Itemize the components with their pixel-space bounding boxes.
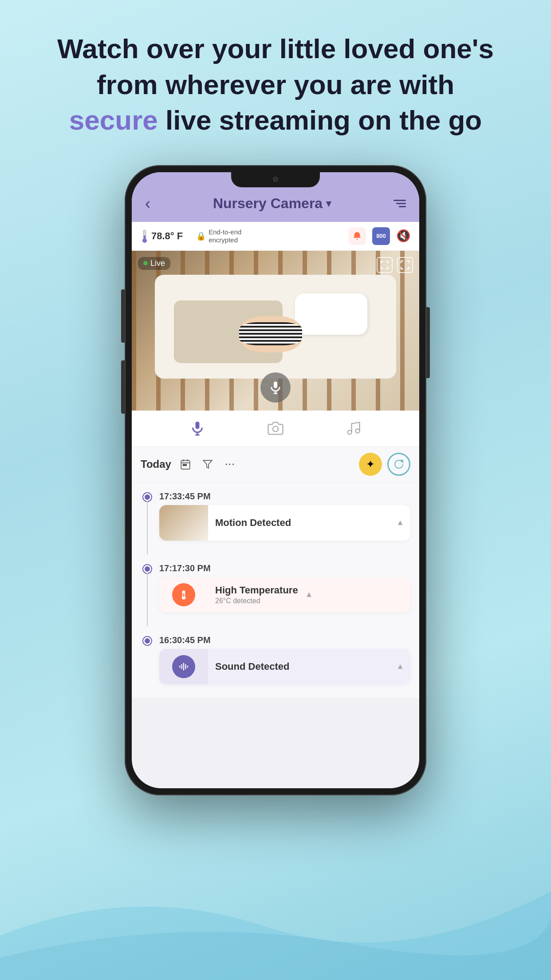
motion-thumbnail: ▶ xyxy=(159,505,208,541)
timeline-right-buttons: ✦ xyxy=(359,453,410,476)
svg-rect-25 xyxy=(185,464,186,466)
svg-rect-10 xyxy=(388,266,389,269)
svg-rect-4 xyxy=(381,261,382,264)
timeline-header: Today xyxy=(132,447,419,482)
headline-line2: from wherever you are with xyxy=(97,69,454,100)
alert-bell-icon[interactable] xyxy=(348,227,366,245)
chevron-up-icon: ▲ xyxy=(396,662,410,671)
timeline-dot xyxy=(143,565,151,573)
mode-800-icon[interactable]: 800 xyxy=(372,227,390,245)
timeline-line xyxy=(147,501,148,554)
lock-icon: 🔒 xyxy=(196,231,206,241)
headline: Watch over your little loved one's from … xyxy=(0,0,551,156)
back-button[interactable]: ‹ xyxy=(145,194,150,213)
timeline-item-motion[interactable]: 17:33:45 PM ▶ Motion Detected ▲ xyxy=(132,487,419,559)
sound-label: Sound Detected xyxy=(208,661,396,672)
controls-row xyxy=(132,411,419,447)
event-time: 16:30:45 PM xyxy=(159,635,410,645)
svg-rect-14 xyxy=(196,422,200,429)
event-time: 17:33:45 PM xyxy=(159,491,410,502)
sound-icon-wrap xyxy=(159,649,208,684)
today-label: Today xyxy=(141,458,171,470)
calendar-icon[interactable] xyxy=(177,456,193,472)
timeline-item-temperature[interactable]: 17:17:30 PM xyxy=(132,559,419,631)
feed-controls xyxy=(377,257,413,273)
mute-icon[interactable]: 🔇 xyxy=(396,229,410,243)
svg-rect-6 xyxy=(388,261,389,264)
mic-overlay-button[interactable] xyxy=(260,372,291,403)
phone-notch xyxy=(231,172,320,187)
spark-button[interactable]: ✦ xyxy=(359,453,382,476)
encryption-status: 🔒 End-to-endencrypted xyxy=(196,228,241,244)
headline-line1: Watch over your little loved one's xyxy=(57,33,494,64)
svg-point-19 xyxy=(356,429,360,433)
svg-rect-24 xyxy=(183,464,184,466)
temp-icon-wrap xyxy=(159,577,208,612)
dropdown-arrow[interactable]: ▾ xyxy=(326,198,331,209)
microphone-icon xyxy=(268,380,283,395)
svg-point-17 xyxy=(273,426,278,431)
thermometer-icon xyxy=(141,229,149,243)
thermometer-circle-icon xyxy=(172,583,195,606)
fullscreen-icon[interactable] xyxy=(397,257,413,273)
motion-label: Motion Detected xyxy=(208,517,396,529)
sound-wave-icon xyxy=(172,655,195,678)
scan-icon[interactable] xyxy=(377,257,393,273)
headline-line3: live streaming on the go xyxy=(165,105,482,135)
timeline-item-sound[interactable]: 16:30:45 PM xyxy=(132,631,419,689)
temp-label: High Temperature xyxy=(215,585,298,596)
svg-rect-11 xyxy=(274,381,277,388)
svg-point-29 xyxy=(232,463,234,465)
front-camera xyxy=(273,177,278,182)
filter-button[interactable] xyxy=(394,200,406,207)
microphone-button[interactable] xyxy=(189,420,205,436)
sound-event-card[interactable]: Sound Detected ▲ xyxy=(159,649,410,684)
more-options-icon[interactable] xyxy=(222,456,238,472)
temperature-display: 78.8° F xyxy=(141,229,183,243)
timeline-dot xyxy=(143,637,151,645)
timeline-dot xyxy=(143,493,151,501)
camera-button[interactable] xyxy=(268,420,283,436)
motion-event-card[interactable]: ▶ Motion Detected ▲ xyxy=(159,505,410,541)
temp-label-wrap: High Temperature 26°C detected xyxy=(208,585,305,605)
phone-screen: ‹ Nursery Camera ▾ xyxy=(132,172,419,788)
music-button[interactable] xyxy=(346,420,362,436)
filter-funnel-icon[interactable] xyxy=(200,456,216,472)
live-dot xyxy=(143,261,148,265)
svg-rect-8 xyxy=(381,266,382,269)
svg-point-18 xyxy=(348,430,352,434)
live-feed[interactable]: Live xyxy=(132,251,419,411)
temperature-event-card[interactable]: High Temperature 26°C detected ▲ xyxy=(159,577,410,612)
live-badge: Live xyxy=(138,257,170,270)
temp-detail: 26°C detected xyxy=(215,597,298,605)
status-icons: 800 🔇 xyxy=(348,227,410,245)
timeline: 17:33:45 PM ▶ Motion Detected ▲ xyxy=(132,482,419,698)
app-title: Nursery Camera ▾ xyxy=(213,195,331,212)
svg-rect-1 xyxy=(144,235,146,239)
svg-point-2 xyxy=(142,238,147,243)
svg-marker-26 xyxy=(203,460,212,468)
svg-point-27 xyxy=(226,463,227,465)
status-bar: 78.8° F 🔒 End-to-endencrypted 800 xyxy=(132,222,419,251)
svg-point-28 xyxy=(229,463,230,465)
event-time: 17:17:30 PM xyxy=(159,563,410,573)
headline-secure: secure xyxy=(69,105,158,135)
timeline-line xyxy=(147,573,148,626)
phone-shell: ‹ Nursery Camera ▾ xyxy=(125,165,426,795)
chevron-up-icon: ▲ xyxy=(305,590,319,599)
replay-button[interactable] xyxy=(387,453,410,476)
chevron-up-icon: ▲ xyxy=(396,518,410,527)
